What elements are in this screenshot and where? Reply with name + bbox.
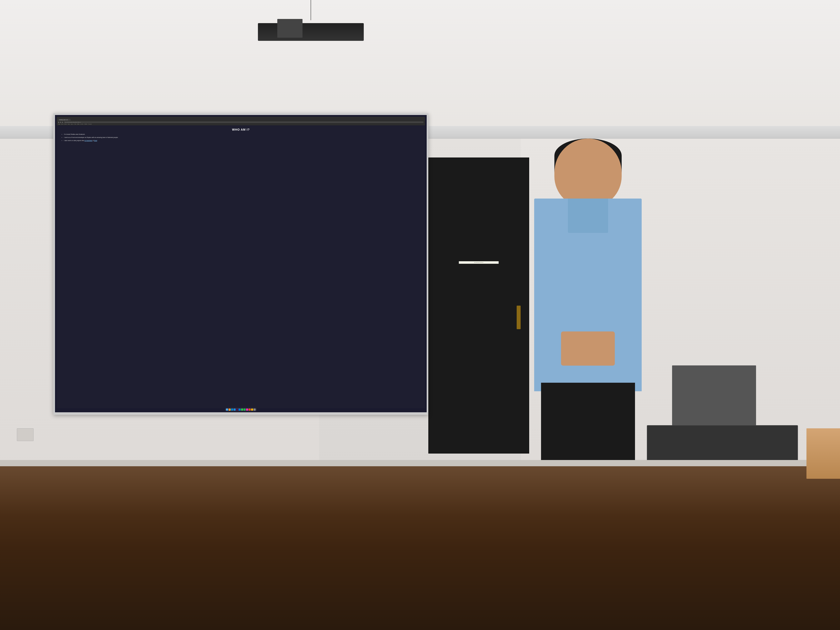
dock-icon-figma <box>248 409 251 411</box>
back-button-icon <box>58 122 59 123</box>
projector-mount <box>277 19 303 38</box>
ceiling-light-fixture <box>235 0 387 51</box>
dock-icon-telegram <box>231 409 233 411</box>
light-bar <box>258 23 364 41</box>
dock-icon-slack <box>236 409 238 411</box>
laptop-screen <box>647 426 798 463</box>
slide-area: WHO AM I? I'm Ismail Ghallou aka Smakosh… <box>57 126 425 408</box>
baseboard <box>0 460 840 466</box>
browser-chrome: Building static and ... https://building… <box>57 117 425 125</box>
slide-bullet-2: I work as a Front-end developer at Obyte… <box>64 136 422 139</box>
slide-bullet-3: I also work on side projects like Ai Has… <box>64 140 422 142</box>
forward-button-icon <box>60 122 61 123</box>
browser-bookmarks: Apps Gmail GitHub Twitter Sign in Trello… <box>58 123 424 125</box>
browser-tab: Building static and ... <box>58 119 71 121</box>
door-handle <box>517 306 521 329</box>
laptop <box>647 425 798 463</box>
floor <box>0 466 840 630</box>
bookmark-dribbble: Dribbble <box>84 123 87 125</box>
dock-icon-iterm <box>241 409 243 411</box>
bookmark-smakosh: Smakosh <box>88 123 92 125</box>
ai-hashtags-link: Ai Hashtags <box>84 140 92 141</box>
bookmark-github: GitHub <box>64 123 67 125</box>
dock-icon-mail <box>234 409 235 411</box>
presenter-hands <box>561 332 615 366</box>
bookmark-gmail: Gmail <box>61 123 63 125</box>
slide-title: WHO AM I? <box>60 128 422 131</box>
projector-screen-container: Building static and ... https://building… <box>33 113 428 441</box>
bookmark-apps: Apps <box>58 123 60 125</box>
bookmark-netlify: Netlify <box>77 123 79 125</box>
power-outlet <box>17 428 34 441</box>
presenter-head <box>554 139 622 207</box>
dock-icon-xd <box>246 409 248 411</box>
bookmark-signin: Sign in <box>71 123 73 125</box>
refresh-button-icon <box>62 122 63 123</box>
dock-icon-other <box>254 409 256 411</box>
dock-icon-chrome <box>229 409 231 411</box>
dock-icon-sketch <box>251 409 253 411</box>
slide-bullet-1: I'm Ismail Ghallou aka Smakosh, <box>64 133 422 136</box>
presentation-room: Do Not Enter This Room Building static a… <box>0 0 840 630</box>
floor-shine <box>0 466 840 515</box>
bookmark-trello: Trello <box>74 123 76 125</box>
slide-bullets: I'm Ismail Ghallou aka Smakosh, I work a… <box>60 133 422 142</box>
bookmark-youtube: YouTube <box>80 123 84 125</box>
wood-box <box>807 428 840 479</box>
light-cable <box>311 0 311 20</box>
dock-icon-spotify <box>243 409 246 411</box>
url-bar: https://building-apps-with-gatsby.netlif… <box>64 122 423 123</box>
presenter-collar <box>568 199 608 233</box>
screen-content: Building static and ... https://building… <box>55 115 427 412</box>
door-sign: Do Not Enter This Room <box>459 261 499 264</box>
door: Do Not Enter This Room <box>428 158 529 453</box>
dock-icon-vscode <box>238 409 241 411</box>
browser-address-bar: https://building-apps-with-gatsby.netlif… <box>58 121 424 123</box>
dock-icon-finder <box>226 409 228 411</box>
beaf-link: Beaf <box>94 140 97 141</box>
projector-screen: Building static and ... https://building… <box>53 113 428 415</box>
bookmark-twitter: Twitter <box>68 123 70 125</box>
mac-dock <box>225 408 257 411</box>
